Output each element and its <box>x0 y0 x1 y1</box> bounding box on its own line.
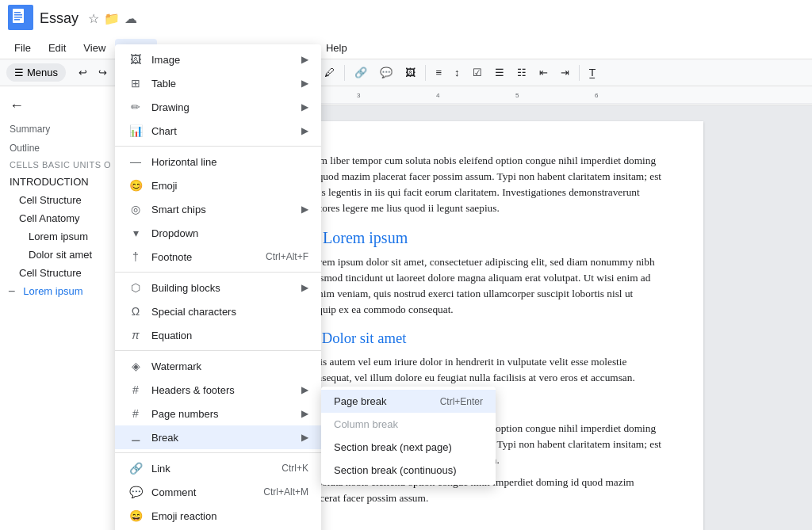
footnote-menu-icon: † <box>128 250 144 263</box>
footnote-menu-label: Footnote <box>151 251 266 263</box>
section-break-continuous-label: Section break (continuous) <box>334 464 457 476</box>
menu-item-drawing[interactable]: ✏ Drawing ▶ <box>115 95 321 119</box>
special-chars-menu-label: Special characters <box>151 306 308 318</box>
cloud-icon: ☁ <box>124 11 137 26</box>
undo-button[interactable]: ↩ <box>74 64 92 81</box>
menu-item-horizontal-line[interactable]: — Horizontal line <box>115 150 321 173</box>
watermark-menu-label: Watermark <box>151 360 308 372</box>
heading-dolor-sit: 2. Dolor sit amet <box>307 327 664 349</box>
menu-edit[interactable]: Edit <box>40 39 74 57</box>
bullet-list-button[interactable]: ☰ <box>490 64 509 81</box>
dropdown-menu-icon: ▾ <box>128 227 144 239</box>
image-arrow-icon: ▶ <box>301 54 308 65</box>
divider-2 <box>115 272 321 273</box>
chart-menu-icon: 📊 <box>128 124 144 137</box>
star-icon[interactable]: ☆ <box>88 11 99 26</box>
page-numbers-menu-icon: # <box>128 407 144 420</box>
back-icon: ← <box>10 97 24 114</box>
emoji-reaction-menu-label: Emoji reaction <box>151 510 308 522</box>
comment-shortcut: Ctrl+Alt+M <box>263 486 308 498</box>
smart-chips-arrow-icon: ▶ <box>301 204 308 215</box>
menu-item-smart-chips[interactable]: ◎ Smart chips ▶ <box>115 197 321 221</box>
number-list-button[interactable]: ☷ <box>512 64 531 81</box>
document-title[interactable]: Essay <box>40 10 79 27</box>
intro-para: Nam liber tempor cum soluta nobis eleife… <box>307 153 664 216</box>
indent-inc-button[interactable]: ⇥ <box>556 64 574 81</box>
menu-file[interactable]: File <box>6 39 39 57</box>
doc-icon <box>8 5 33 32</box>
menu-item-emoji[interactable]: 😊 Emoji <box>115 173 321 197</box>
redo-button[interactable]: ↪ <box>94 64 112 81</box>
drawing-arrow-icon: ▶ <box>301 101 308 112</box>
hline-menu-icon: — <box>128 155 144 168</box>
separator-3 <box>344 65 345 81</box>
menu-item-page-numbers[interactable]: # Page numbers ▶ <box>115 402 321 425</box>
heading-lorem-ipsum: 1. Lorem ipsum <box>307 226 664 250</box>
menu-item-emoji-reaction[interactable]: 😄 Emoji reaction <box>115 504 321 528</box>
link-button[interactable]: 🔗 <box>350 64 372 81</box>
svg-text:3: 3 <box>357 92 361 99</box>
menu-item-image[interactable]: 🖼 Image ▶ <box>115 48 321 71</box>
menu-item-link[interactable]: 🔗 Link Ctrl+K <box>115 456 321 480</box>
submenu-section-break-continuous[interactable]: Section break (continuous) <box>321 459 496 482</box>
menu-item-break[interactable]: ⚊ Break ▶ <box>115 425 321 449</box>
folder-icon[interactable]: 📁 <box>104 11 120 26</box>
submenu-section-break-next[interactable]: Section break (next page) <box>321 436 496 459</box>
menu-item-footnote[interactable]: † Footnote Ctrl+Alt+F <box>115 245 321 269</box>
svg-rect-5 <box>14 19 20 21</box>
checklist-button[interactable]: ☑ <box>468 64 487 81</box>
submenu-column-break: Column break <box>321 413 496 436</box>
divider-3 <box>115 350 321 351</box>
image-button[interactable]: 🖼 <box>400 64 420 81</box>
image-menu-icon: 🖼 <box>128 53 144 66</box>
emoji-menu-icon: 😊 <box>128 179 144 192</box>
chart-menu-label: Chart <box>151 125 301 137</box>
separator-4 <box>425 65 426 81</box>
dropdown-menu-label: Dropdown <box>151 227 308 239</box>
sidebar-item-lorem-ipsum-2[interactable]: Lorem ipsum <box>18 282 87 300</box>
equation-menu-label: Equation <box>151 330 308 341</box>
page-numbers-menu-label: Page numbers <box>151 408 301 420</box>
svg-rect-3 <box>14 14 22 16</box>
break-submenu: Page break Ctrl+Enter Column break Secti… <box>321 387 496 485</box>
svg-text:5: 5 <box>515 92 519 99</box>
line-spacing-button[interactable]: ↕ <box>450 64 465 81</box>
drawing-menu-icon: ✏ <box>128 101 144 113</box>
menu-item-watermark[interactable]: ◈ Watermark <box>115 354 321 378</box>
svg-rect-4 <box>14 17 22 18</box>
smart-chips-menu-label: Smart chips <box>151 204 301 215</box>
highlight-button[interactable]: 🖊 <box>320 64 339 81</box>
link-shortcut: Ctrl+K <box>282 463 308 474</box>
clear-format-button[interactable]: T̲ <box>584 64 600 81</box>
comment-button[interactable]: 💬 <box>375 64 397 81</box>
menu-view[interactable]: View <box>75 39 113 57</box>
chart-arrow-icon: ▶ <box>301 125 308 136</box>
separator-5 <box>579 65 580 81</box>
menu-item-building-blocks[interactable]: ⬡ Building blocks ▶ <box>115 276 321 299</box>
menu-item-chart[interactable]: 📊 Chart ▶ <box>115 119 321 143</box>
building-blocks-menu-icon: ⬡ <box>128 281 144 294</box>
menu-item-equation[interactable]: π Equation <box>115 323 321 347</box>
submenu-page-break[interactable]: Page break Ctrl+Enter <box>321 390 496 413</box>
emoji-reaction-menu-icon: 😄 <box>128 509 144 522</box>
break-menu-icon: ⚊ <box>128 431 144 444</box>
section-break-next-label: Section break (next page) <box>334 441 452 453</box>
menu-item-table[interactable]: ⊞ Table ▶ <box>115 71 321 95</box>
menu-item-comment[interactable]: 💬 Comment Ctrl+Alt+M <box>115 480 321 504</box>
menus-button[interactable]: ☰ Menus <box>6 63 66 82</box>
break-menu-label: Break <box>151 432 301 444</box>
divider-1 <box>115 146 321 147</box>
collapse-icon[interactable]: − <box>5 283 18 300</box>
menu-help[interactable]: Help <box>318 39 355 57</box>
menu-item-special-characters[interactable]: Ω Special characters <box>115 299 321 323</box>
drawing-menu-label: Drawing <box>151 101 301 113</box>
title-bar: Essay ☆ 📁 ☁ <box>0 0 812 37</box>
indent-dec-button[interactable]: ⇤ <box>534 64 553 81</box>
building-blocks-menu-label: Building blocks <box>151 282 301 294</box>
equation-menu-icon: π <box>128 329 144 341</box>
menu-item-headers-footers[interactable]: # Headers & footers ▶ <box>115 378 321 402</box>
svg-text:4: 4 <box>436 92 440 99</box>
menus-label: Menus <box>27 67 58 78</box>
menu-item-dropdown[interactable]: ▾ Dropdown <box>115 221 321 245</box>
align-button[interactable]: ≡ <box>431 64 446 81</box>
